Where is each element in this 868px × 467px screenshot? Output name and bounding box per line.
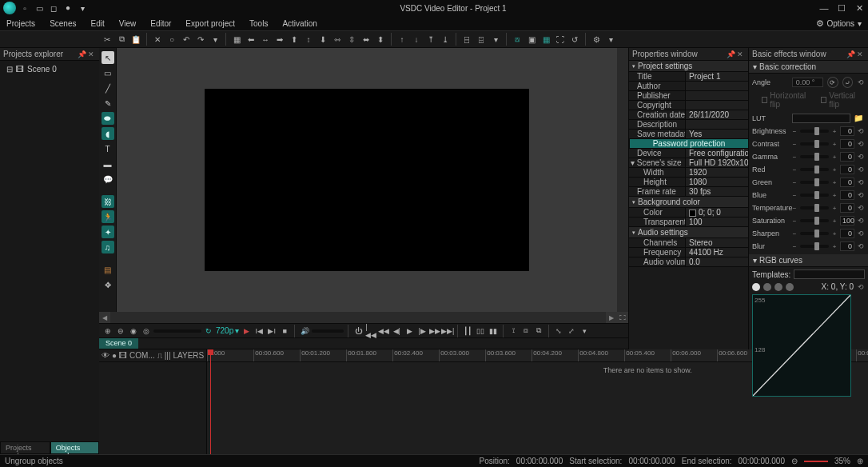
- slider-value[interactable]: 0: [840, 241, 854, 251]
- blank-icon[interactable]: ○: [165, 33, 178, 46]
- rotate-cw-icon[interactable]: ⟳: [827, 77, 838, 88]
- align-right-icon[interactable]: ➡: [273, 33, 286, 46]
- slider-reset-icon[interactable]: ⟲: [857, 153, 865, 161]
- options-link[interactable]: Options: [827, 19, 854, 28]
- stop-icon[interactable]: ■: [279, 325, 290, 337]
- step-fwd-icon[interactable]: |▶: [416, 325, 428, 337]
- prop-channels-val[interactable]: Stereo: [685, 238, 748, 247]
- slider-plus-icon[interactable]: +: [831, 243, 838, 249]
- grid-icon[interactable]: ▦: [230, 33, 243, 46]
- prop-size-val[interactable]: Full HD 1920x1080 pixe: [685, 158, 748, 167]
- slider-plus-icon[interactable]: +: [831, 218, 838, 224]
- text-tool[interactable]: T: [102, 142, 114, 155]
- lock-icon[interactable]: ●: [112, 351, 117, 360]
- settings-icon[interactable]: ⚙: [590, 33, 603, 46]
- slider-track[interactable]: [800, 155, 829, 158]
- slider-value[interactable]: 0: [840, 203, 854, 213]
- step-back-icon[interactable]: ◀|: [391, 325, 402, 337]
- pin-icon[interactable]: 📌: [846, 50, 854, 58]
- slider-minus-icon[interactable]: −: [791, 243, 798, 249]
- prop-publisher-val[interactable]: [685, 91, 748, 100]
- scroll-left-icon[interactable]: ◀: [99, 312, 110, 323]
- audio-tool[interactable]: ♫: [102, 241, 114, 253]
- timeline-scene-tab[interactable]: Scene 0: [99, 338, 138, 349]
- group-icon[interactable]: ⌸: [460, 33, 473, 46]
- shape-tool[interactable]: ◖: [102, 127, 114, 140]
- prop-fps-val[interactable]: 30 fps: [685, 187, 748, 196]
- section-basic-correction[interactable]: ▾Basic correction: [749, 61, 868, 74]
- vertical-scrollbar[interactable]: [617, 48, 628, 312]
- reset-icon[interactable]: ↺: [568, 33, 581, 46]
- prop-desc-val[interactable]: [685, 120, 748, 129]
- slider-reset-icon[interactable]: ⟲: [857, 166, 865, 174]
- play2-icon[interactable]: ▶: [404, 325, 415, 337]
- slider-track[interactable]: [800, 206, 829, 210]
- prop-author-val[interactable]: [685, 82, 748, 90]
- templates-select[interactable]: [794, 269, 865, 279]
- prop-meta-val[interactable]: Yes: [685, 130, 748, 138]
- hflip-checkbox[interactable]: Horizontal flip: [762, 91, 813, 109]
- paste-icon[interactable]: 📋: [129, 33, 142, 46]
- comment-tool[interactable]: 💬: [102, 173, 114, 186]
- close-panel-icon[interactable]: ✕: [857, 50, 865, 58]
- slider-plus-icon[interactable]: +: [831, 205, 838, 211]
- channel-b-dot[interactable]: [786, 283, 794, 291]
- slider-value[interactable]: 0: [840, 178, 854, 187]
- vflip-checkbox[interactable]: Vertical flip: [821, 91, 863, 109]
- zoom-in-icon[interactable]: ⊕: [857, 457, 863, 465]
- pen-tool[interactable]: ✎: [102, 97, 114, 110]
- go-start-icon[interactable]: |◀◀: [365, 325, 376, 337]
- chart-tool[interactable]: ▤: [102, 263, 114, 276]
- slider-value[interactable]: 100: [840, 216, 854, 226]
- slider-track[interactable]: [800, 245, 829, 248]
- move-up-icon[interactable]: ↑: [396, 33, 408, 46]
- save-icon[interactable]: ◻: [48, 2, 59, 14]
- tab-projects-explorer[interactable]: Projects explorer: [0, 441, 50, 454]
- prop-size-key[interactable]: ▾ Scene's size: [629, 158, 685, 167]
- slider-track[interactable]: [800, 181, 829, 184]
- tooltip-tool[interactable]: ▬: [102, 158, 114, 170]
- align-center-h-icon[interactable]: ↔: [259, 33, 272, 46]
- slider-track[interactable]: [800, 232, 829, 235]
- slider-plus-icon[interactable]: +: [831, 166, 838, 173]
- prop-freq-val[interactable]: 44100 Hz: [685, 248, 748, 257]
- prop-color-val[interactable]: 0; 0; 0: [685, 208, 748, 217]
- channel-g-dot[interactable]: [774, 283, 782, 291]
- quality-dropdown-icon[interactable]: ▾: [235, 326, 239, 335]
- menu-edit[interactable]: Edit: [90, 19, 104, 28]
- same-height-icon[interactable]: ⬍: [374, 33, 387, 46]
- menu-editor[interactable]: Editor: [150, 19, 171, 28]
- slider-plus-icon[interactable]: +: [831, 179, 838, 186]
- scroll-right-icon[interactable]: ▶: [606, 312, 617, 323]
- zoom-slider[interactable]: [153, 329, 201, 333]
- group-project-settings[interactable]: ▾Project settings: [629, 61, 748, 72]
- slider-value[interactable]: 0: [840, 126, 854, 136]
- tree-minus-icon[interactable]: ⊟: [6, 65, 13, 74]
- group-bg-color[interactable]: ▾Background color: [629, 197, 748, 208]
- slider-reset-icon[interactable]: ⟲: [857, 217, 865, 225]
- menu-view[interactable]: View: [119, 19, 137, 28]
- dd-icon[interactable]: ▾: [579, 325, 590, 337]
- options-dropdown-icon[interactable]: ▾: [858, 19, 862, 28]
- power-icon[interactable]: ⏻: [352, 325, 364, 337]
- pin-icon[interactable]: 📌: [727, 50, 735, 58]
- section-rgb-curves[interactable]: ▾RGB curves: [749, 254, 868, 267]
- menu-tools[interactable]: Tools: [249, 19, 268, 28]
- ellipse-tool[interactable]: ⬬: [102, 112, 114, 125]
- fit-icon[interactable]: ⛶: [554, 33, 567, 46]
- maximize-button[interactable]: ☐: [836, 2, 847, 14]
- align-top-icon[interactable]: ⬆: [288, 33, 301, 46]
- slider-value[interactable]: 0: [840, 190, 854, 200]
- slider-minus-icon[interactable]: −: [791, 192, 798, 198]
- menu-scenes[interactable]: Scenes: [50, 19, 76, 28]
- marker-icon[interactable]: ⟟: [508, 325, 519, 337]
- slider-reset-icon[interactable]: ⟲: [857, 178, 865, 186]
- move-bottom-icon[interactable]: ⤓: [439, 33, 452, 46]
- color-swatch[interactable]: [689, 210, 696, 217]
- dropdown-icon[interactable]: ▾: [77, 2, 88, 14]
- menu-export[interactable]: Export project: [185, 19, 235, 28]
- prop-width-val[interactable]: 1920: [685, 168, 748, 177]
- prop-transp-val[interactable]: 100: [685, 218, 748, 226]
- crop-icon[interactable]: ⟎: [511, 33, 524, 46]
- dropdown3-icon[interactable]: ▾: [604, 33, 617, 46]
